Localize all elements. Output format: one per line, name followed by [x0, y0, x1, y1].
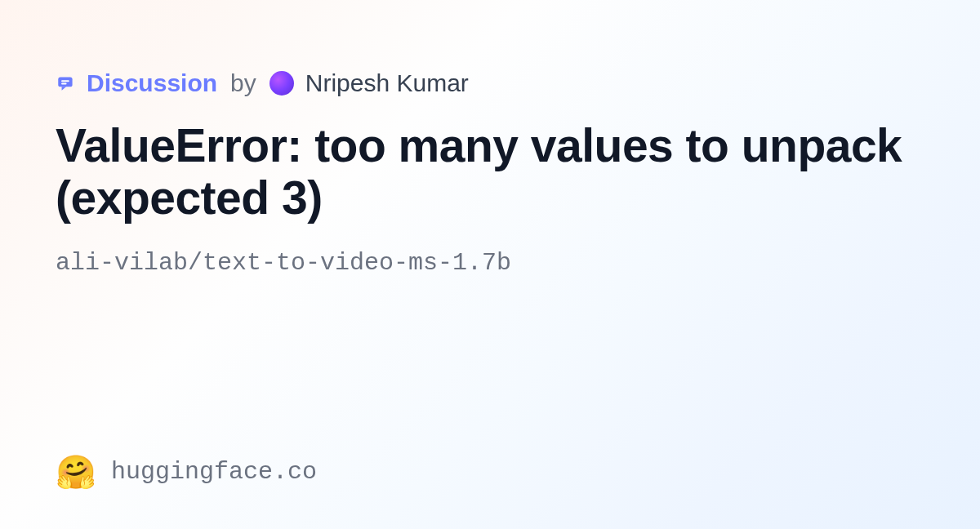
by-text: by: [230, 69, 256, 97]
social-card: Discussion by Nripesh Kumar ValueError: …: [0, 0, 980, 529]
svg-rect-0: [58, 77, 72, 87]
discussion-icon: [56, 73, 77, 94]
discussion-title: ValueError: too many values to unpack (e…: [56, 120, 924, 224]
huggingface-logo-icon: 🤗: [56, 456, 96, 488]
header-row: Discussion by Nripesh Kumar: [56, 69, 924, 97]
discussion-label: Discussion: [87, 69, 217, 97]
author-avatar: [270, 71, 294, 96]
author-name: Nripesh Kumar: [305, 69, 469, 97]
footer: 🤗 huggingface.co: [56, 456, 317, 488]
site-domain: huggingface.co: [111, 458, 317, 486]
svg-rect-1: [61, 80, 69, 82]
repo-path: ali-vilab/text-to-video-ms-1.7b: [56, 249, 924, 277]
svg-rect-2: [61, 82, 67, 84]
